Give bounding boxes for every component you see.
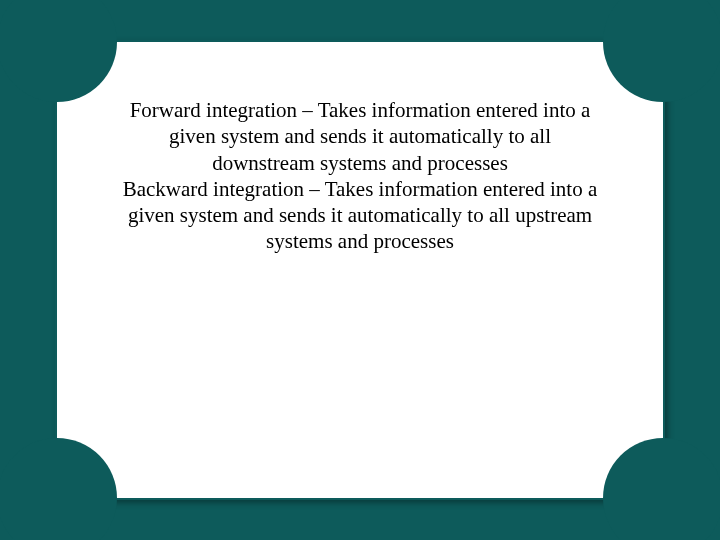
- corner-notch-icon: [603, 0, 720, 102]
- content-frame: Forward integration – Takes information …: [55, 40, 665, 500]
- corner-notch-icon: [0, 0, 117, 102]
- corner-notch-icon: [603, 438, 720, 540]
- forward-integration-text: Forward integration – Takes information …: [117, 97, 603, 176]
- slide-background: Forward integration – Takes information …: [0, 0, 720, 540]
- slide-text: Forward integration – Takes information …: [117, 97, 603, 255]
- corner-notch-icon: [0, 438, 117, 540]
- backward-integration-text: Backward integration – Takes information…: [117, 176, 603, 255]
